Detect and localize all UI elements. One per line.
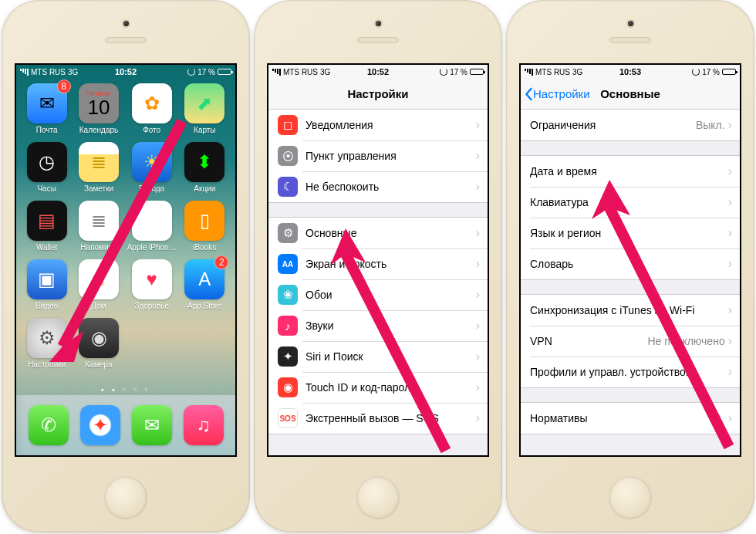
app-notes[interactable]: ≣Заметки	[75, 142, 122, 193]
app-label: Видео	[35, 302, 58, 310]
health-icon: ♥	[132, 259, 172, 299]
app-ibooks[interactable]: ▯iBooks	[181, 201, 228, 252]
app-label: Дом	[91, 302, 106, 310]
app-health[interactable]: ♥Здоровье	[127, 259, 177, 310]
settings-row[interactable]: ♪Звуки›	[268, 310, 488, 341]
app-maps[interactable]: ⬈Карты	[181, 83, 228, 134]
app-label: Напомина	[80, 243, 116, 252]
app-apple-iphone[interactable]: Apple iPhon…	[127, 201, 177, 252]
app-camera[interactable]: ◉Камера	[75, 318, 122, 369]
settings-row[interactable]: ❀Обои›	[268, 279, 488, 310]
videos-icon: ▣	[27, 259, 67, 299]
row-label: Язык и регион	[530, 227, 728, 239]
row-label: Клавиатура	[530, 196, 728, 208]
app-reminders[interactable]: ≣Напомина	[75, 201, 122, 252]
chevron-right-icon: ›	[476, 350, 480, 363]
settings-row[interactable]: ◻Уведомления›	[268, 110, 488, 140]
chevron-right-icon: ›	[476, 380, 480, 394]
calendar-date: 10	[88, 97, 110, 117]
row-detail: Не подключено	[647, 335, 724, 347]
app-videos[interactable]: ▣Видео	[23, 259, 70, 310]
chevron-right-icon: ›	[476, 149, 480, 163]
app-label: Почта	[36, 126, 58, 134]
row-label: Экран и яркость	[305, 258, 476, 270]
general-row[interactable]: Язык и регион›	[521, 218, 740, 248]
general-row[interactable]: Нормативы›	[521, 403, 740, 434]
home-button[interactable]	[104, 476, 147, 519]
general-row[interactable]: Словарь›	[521, 248, 740, 279]
clock-icon: ◷	[27, 142, 67, 182]
clock: 10:53	[521, 67, 740, 76]
settings-row[interactable]: ⦿Пункт управления›	[268, 140, 488, 171]
chevron-right-icon: ›	[728, 226, 732, 240]
camera-icon: ◉	[79, 318, 119, 358]
appstore-icon: A2	[184, 259, 224, 299]
app-mail[interactable]: ✉8Почта	[23, 83, 70, 134]
app-stocks[interactable]: ⬍Акции	[181, 142, 228, 193]
app-label: Карты	[194, 126, 216, 134]
chevron-right-icon: ›	[728, 118, 732, 132]
row-icon: ✦	[278, 346, 298, 367]
settings-row[interactable]: SOSЭкстренный вызов — SOS›	[268, 403, 488, 434]
settings-list[interactable]: ◻Уведомления›⦿Пункт управления›☾Не беспо…	[268, 110, 488, 455]
screen-settings: MTS RUS 3G 10:52 17 % Настройки ◻Уведомл…	[267, 63, 489, 457]
general-row[interactable]: ОграниченияВыкл.›	[521, 110, 740, 140]
general-row[interactable]: VPNНе подключено›	[521, 326, 740, 357]
app-music[interactable]: ♫	[184, 405, 224, 445]
settings-row[interactable]: ☾Не беспокоить›	[268, 171, 488, 202]
row-label: Основные	[305, 227, 476, 239]
page-indicator[interactable]: ● ● ○ ○ ○	[16, 387, 235, 392]
app-photos[interactable]: ✿Фото	[127, 83, 177, 134]
home-button[interactable]	[609, 476, 652, 519]
app-weather[interactable]: ☀Погода	[127, 142, 177, 193]
home-button[interactable]	[356, 476, 400, 519]
notes-icon: ≣	[79, 142, 119, 182]
settings-group: ⚙Основные›AAЭкран и яркость›❀Обои›♪Звуки…	[268, 217, 488, 434]
app-settings[interactable]: ⚙Настройки	[23, 318, 70, 369]
row-label: Звуки	[305, 319, 476, 332]
app-wallet[interactable]: ▤Wallet	[23, 201, 70, 252]
app-phone[interactable]: ✆	[29, 405, 69, 445]
chevron-right-icon: ›	[728, 164, 732, 178]
chevron-right-icon: ›	[476, 180, 480, 194]
row-icon: ☾	[278, 177, 298, 197]
app-messages[interactable]: ✉	[132, 405, 172, 445]
chevron-right-icon: ›	[728, 411, 732, 425]
general-row[interactable]: Дата и время›	[521, 156, 740, 187]
row-label: Профили и управл. устройством	[530, 366, 728, 378]
general-row[interactable]: Профили и управл. устройством›	[521, 357, 740, 387]
app-safari[interactable]: ✦	[80, 405, 120, 445]
chevron-right-icon: ›	[476, 118, 480, 132]
battery-icon	[470, 69, 484, 75]
clock: 10:52	[16, 67, 235, 76]
general-group: ОграниченияВыкл.›	[521, 110, 740, 141]
row-icon: ◻	[278, 115, 298, 135]
app-grid: ✉8ПочтаЧетверг10Календарь✿Фото⬈Карты◷Час…	[23, 83, 228, 369]
general-list[interactable]: ОграниченияВыкл.›Дата и время›Клавиатура…	[521, 110, 740, 455]
screen-general: MTS RUS 3G 10:53 17 % Настройки Основные…	[519, 63, 741, 457]
chevron-right-icon: ›	[476, 411, 480, 425]
settings-row[interactable]: ◉Touch ID и код-пароль›	[268, 372, 488, 403]
row-label: Синхронизация с iTunes по Wi-Fi	[530, 304, 728, 316]
general-group: Синхронизация с iTunes по Wi-Fi›VPNНе по…	[521, 294, 740, 388]
clock: 10:52	[268, 67, 488, 76]
general-row[interactable]: Синхронизация с iTunes по Wi-Fi›	[521, 295, 740, 326]
nav-back-button[interactable]: Настройки	[521, 87, 590, 101]
settings-row[interactable]: ⚙Основные›	[268, 218, 488, 248]
speaker	[105, 37, 147, 43]
app-calendar[interactable]: Четверг10Календарь	[75, 83, 122, 134]
app-label: Камера	[86, 360, 113, 369]
app-home-app[interactable]: ⌂Дом	[75, 259, 122, 310]
settings-row[interactable]: ✦Siri и Поиск›	[268, 341, 488, 372]
safari-icon: ✦	[80, 405, 120, 445]
general-row[interactable]: Клавиатура›	[521, 187, 740, 218]
mail-icon: ✉8	[27, 83, 67, 123]
app-clock[interactable]: ◷Часы	[23, 142, 70, 193]
row-icon: ⚙	[278, 223, 298, 243]
screen-home: MTS RUS 3G 10:52 17 % ✉8ПочтаЧетверг10Ка…	[15, 63, 237, 457]
speaker	[609, 37, 651, 43]
badge: 2	[214, 255, 228, 269]
app-appstore[interactable]: A2App Store	[181, 259, 228, 310]
front-camera	[374, 19, 383, 28]
settings-row[interactable]: AAЭкран и яркость›	[268, 248, 488, 279]
